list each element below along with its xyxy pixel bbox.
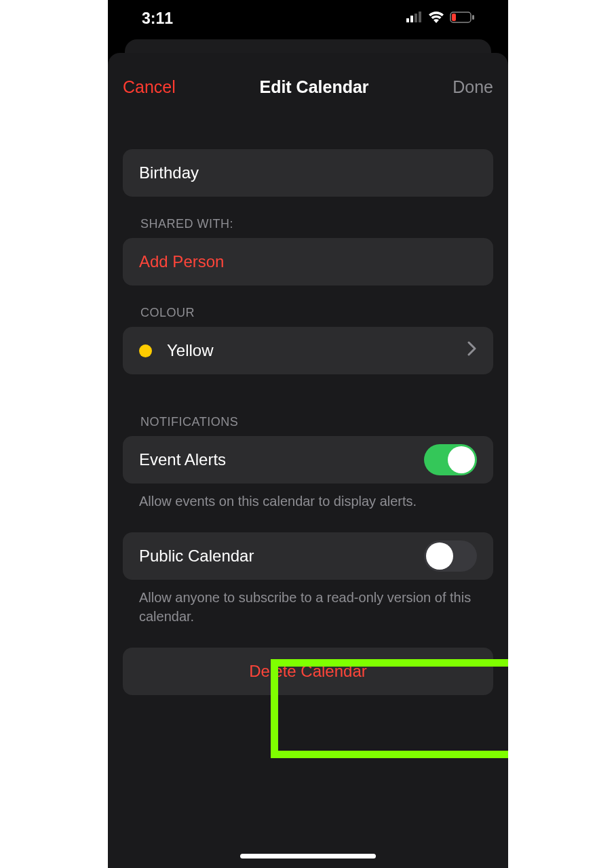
phone-frame: 3:11 Cancel Edit Calendar Done: [108, 0, 508, 868]
colour-header: COLOUR: [140, 306, 493, 320]
add-person-label: Add Person: [139, 252, 224, 271]
wifi-icon: [428, 11, 444, 26]
home-indicator[interactable]: [240, 854, 376, 859]
svg-rect-3: [419, 12, 421, 22]
notifications-header: NOTIFICATIONS: [140, 415, 493, 429]
delete-calendar-row[interactable]: Delete Calendar: [123, 648, 493, 695]
event-alerts-toggle[interactable]: [424, 444, 477, 475]
cellular-icon: [406, 12, 423, 25]
event-alerts-label: Event Alerts: [139, 450, 226, 469]
delete-calendar-button[interactable]: Delete Calendar: [123, 662, 493, 681]
event-alerts-group: Event Alerts: [123, 436, 493, 484]
delete-group: Delete Calendar: [123, 648, 493, 695]
event-alerts-caption: Allow events on this calendar to display…: [139, 492, 490, 511]
svg-rect-6: [452, 14, 456, 21]
calendar-name-group: [123, 149, 493, 197]
public-calendar-caption: Allow anyone to subscribe to a read-only…: [139, 588, 490, 626]
edit-calendar-sheet: Cancel Edit Calendar Done SHARED WITH: A…: [108, 53, 508, 868]
colour-row[interactable]: Yellow: [123, 327, 493, 374]
public-calendar-label: Public Calendar: [139, 547, 254, 566]
chevron-right-icon: [467, 341, 477, 360]
sheet-content: SHARED WITH: Add Person COLOUR Yellow NO…: [108, 102, 508, 695]
svg-rect-0: [406, 18, 409, 22]
shared-with-header: SHARED WITH:: [140, 217, 493, 231]
battery-low-icon: [450, 12, 474, 26]
status-bar: 3:11: [108, 0, 508, 37]
event-alerts-row: Event Alerts: [123, 436, 493, 484]
calendar-name-input[interactable]: [139, 163, 477, 182]
shared-with-group: Add Person: [123, 238, 493, 285]
calendar-name-row[interactable]: [123, 149, 493, 197]
public-calendar-row: Public Calendar: [123, 532, 493, 580]
done-button[interactable]: Done: [453, 77, 493, 97]
status-icons: [406, 11, 474, 26]
svg-rect-5: [472, 15, 474, 20]
nav-bar: Cancel Edit Calendar Done: [108, 72, 508, 102]
colour-value: Yellow: [167, 341, 214, 360]
add-person-row[interactable]: Add Person: [123, 238, 493, 285]
colour-group: Yellow: [123, 327, 493, 374]
cancel-button[interactable]: Cancel: [123, 77, 176, 97]
svg-rect-2: [415, 14, 417, 22]
status-time: 3:11: [142, 9, 173, 28]
public-calendar-group: Public Calendar: [123, 532, 493, 580]
svg-rect-1: [410, 16, 413, 22]
colour-swatch-icon: [139, 344, 152, 357]
nav-title: Edit Calendar: [259, 77, 368, 97]
public-calendar-toggle[interactable]: [424, 540, 477, 572]
